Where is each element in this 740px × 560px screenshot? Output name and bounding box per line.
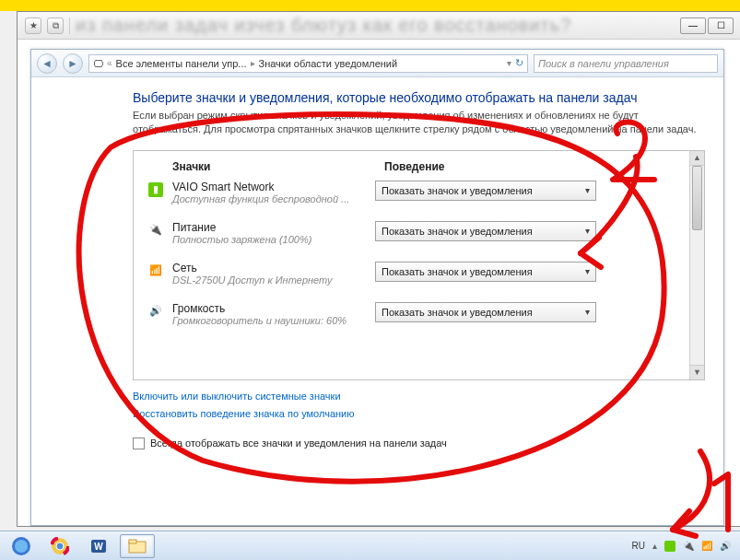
copy-icon[interactable]: ⧉ <box>47 18 64 34</box>
svg-text:W: W <box>94 542 103 552</box>
bookmark-icon[interactable]: ★ <box>25 18 41 34</box>
row-subtitle: DSL-2750U Доступ к Интернету <box>172 274 366 286</box>
tray-network-icon[interactable]: 📶 <box>701 541 712 551</box>
row-title: Сеть <box>172 262 366 274</box>
always-show-checkbox-row: Всегда отображать все значки и уведомлен… <box>133 438 705 449</box>
icon-row: 📶 Сеть DSL-2750U Доступ к Интернету Пока… <box>148 262 695 286</box>
blurred-title: из панели задач изчез блютуз как его вос… <box>76 15 675 36</box>
nav-forward-button[interactable]: ► <box>63 53 83 74</box>
behavior-dropdown[interactable]: Показать значок и уведомления <box>375 302 596 322</box>
lang-indicator[interactable]: RU <box>632 541 645 551</box>
icon-row: ▮ VAIO Smart Network Доступная функция б… <box>148 181 695 204</box>
svg-rect-9 <box>129 540 136 543</box>
network-icon: 📶 <box>148 263 163 278</box>
scroll-up-icon[interactable]: ▲ <box>690 151 704 166</box>
page-title: Выберите значки и уведомления, которые н… <box>133 90 705 105</box>
separator <box>69 18 70 34</box>
taskbar: W RU ▴ 🔌 📶 🔊 <box>0 531 740 560</box>
tray: RU ▴ 🔌 📶 🔊 <box>627 541 736 552</box>
tray-power-icon[interactable]: 🔌 <box>683 541 694 551</box>
top-color-strip <box>0 0 740 11</box>
word-icon[interactable]: W <box>81 534 116 558</box>
page-description: Если выбран режим скрытия значков и увед… <box>133 109 705 137</box>
chrome-icon[interactable] <box>42 534 77 558</box>
row-subtitle: Полностью заряжена (100%) <box>172 234 366 245</box>
explorer-titlebar: ◄ ► 🖵 « Все элементы панели упр... ▸ Зна… <box>31 50 723 77</box>
search-placeholder: Поиск в панели управления <box>538 58 669 69</box>
row-title: Питание <box>172 221 366 234</box>
row-title: Громкость <box>172 302 366 315</box>
breadcrumb-2[interactable]: Значки области уведомлений <box>259 58 398 69</box>
control-panel-icon: 🖵 <box>93 58 103 69</box>
start-button[interactable] <box>4 534 39 558</box>
volume-icon: 🔊 <box>148 304 163 319</box>
tray-vaio-icon[interactable] <box>664 541 675 552</box>
scrollbar[interactable]: ▲ ▼ <box>689 151 704 379</box>
nav-back-button[interactable]: ◄ <box>37 53 57 74</box>
vaio-icon: ▮ <box>148 182 163 197</box>
list-headers: Значки Поведение <box>148 160 695 173</box>
outer-toolbar: ★ ⧉ из панели задач изчез блютуз как его… <box>18 12 740 40</box>
icons-list-frame: Значки Поведение ▮ VAIO Smart Network До… <box>133 150 705 380</box>
checkbox-label: Всегда отображать все значки и уведомлен… <box>150 438 447 449</box>
breadcrumb-1[interactable]: Все элементы панели упр... <box>116 58 247 69</box>
scroll-thumb[interactable] <box>692 166 702 230</box>
behavior-dropdown[interactable]: Показать значок и уведомления <box>375 221 596 241</box>
col-header-icons: Значки <box>172 160 384 173</box>
behavior-dropdown[interactable]: Показать значок и уведомления <box>375 262 596 282</box>
refresh-icon[interactable]: ↻ <box>515 57 523 69</box>
row-subtitle: Громкоговоритель и наушники: 60% <box>172 315 366 326</box>
outer-window: ★ ⧉ из панели задач изчез блютуз как его… <box>17 11 740 527</box>
row-subtitle: Доступная функция беспроводной ... <box>172 193 366 204</box>
icon-row: 🔌 Питание Полностью заряжена (100%) Пока… <box>148 221 695 245</box>
chevron-icon: ▸ <box>251 58 255 68</box>
dropdown-icon[interactable]: ▾ <box>507 58 511 68</box>
minimize-button[interactable]: — <box>680 18 706 34</box>
control-panel-window: ◄ ► 🖵 « Все элементы панели упр... ▸ Зна… <box>30 49 724 526</box>
maximize-button[interactable]: ☐ <box>708 18 734 34</box>
tray-volume-icon[interactable]: 🔊 <box>720 541 731 551</box>
always-show-checkbox[interactable] <box>133 438 145 449</box>
col-header-behavior: Поведение <box>384 160 596 173</box>
restore-defaults-link[interactable]: Восстановить поведение значка по умолчан… <box>133 408 355 419</box>
scroll-down-icon[interactable]: ▼ <box>690 365 704 379</box>
explorer-body: Выберите значки и уведомления, которые н… <box>31 77 723 525</box>
row-title: VAIO Smart Network <box>172 181 366 193</box>
chevron-icon: « <box>107 58 112 68</box>
behavior-dropdown[interactable]: Показать значок и уведомления <box>375 181 596 201</box>
explorer-taskbar-button[interactable] <box>120 534 155 558</box>
toggle-system-icons-link[interactable]: Включить или выключить системные значки <box>133 391 341 402</box>
tray-chevron-icon[interactable]: ▴ <box>652 541 657 551</box>
icon-row: 🔊 Громкость Громкоговоритель и наушники:… <box>148 302 695 326</box>
svg-point-1 <box>15 540 28 553</box>
search-input[interactable]: Поиск в панели управления <box>534 54 718 73</box>
address-bar[interactable]: 🖵 « Все элементы панели упр... ▸ Значки … <box>88 54 528 73</box>
links-area: Включить или выключить системные значки … <box>133 390 705 425</box>
power-icon: 🔌 <box>148 223 163 238</box>
